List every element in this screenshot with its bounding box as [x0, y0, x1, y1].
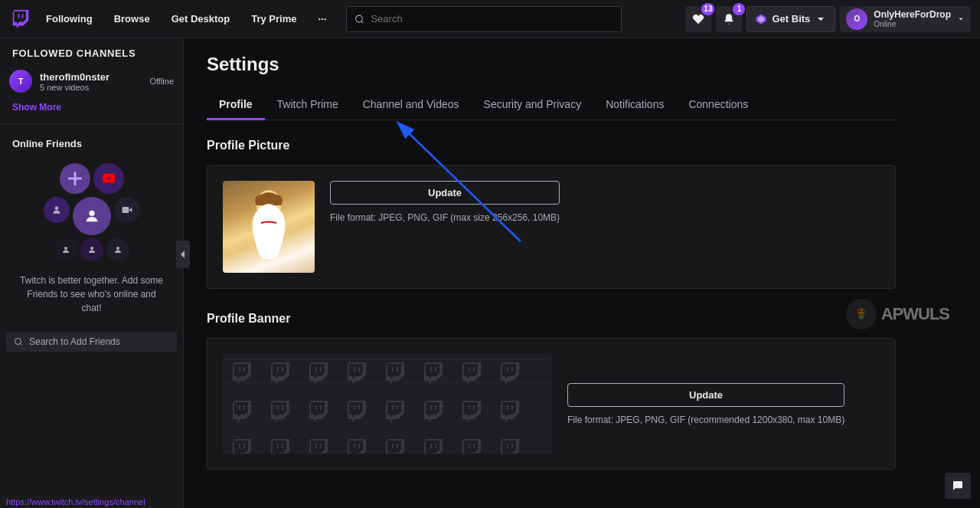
search-icon — [354, 14, 364, 25]
friends-hex-grid — [44, 162, 140, 263]
profile-picture-title: Profile Picture — [207, 139, 896, 152]
banner-format: File format: JPEG, PNG, GIF (recommended… — [567, 415, 844, 425]
friend-icon-small-1 — [44, 197, 70, 223]
friend-icon-small-4 — [106, 238, 129, 261]
profile-picture-section: Profile Picture — [207, 139, 896, 289]
profile-picture-controls: Update File format: JPEG, PNG, GIF (max … — [330, 181, 560, 223]
friend-icon-video — [114, 197, 140, 223]
top-navigation: Following Browse Get Desktop Try Prime ·… — [0, 0, 980, 38]
friend-icon-small-2 — [54, 238, 77, 261]
channel-name: theroflm0nster — [40, 71, 142, 83]
profile-banner-section: Profile Banner Update File format: JPEG,… — [207, 312, 896, 470]
nav-try-prime[interactable]: Try Prime — [243, 8, 304, 29]
channel-avatar: T — [9, 70, 32, 93]
main-content: Settings Profile Twitch Prime Channel an… — [184, 38, 980, 508]
bell-badge: 1 — [733, 3, 745, 15]
chevron-down-icon — [815, 13, 827, 25]
user-menu-button[interactable]: O OnlyHereForDrop Online — [840, 6, 971, 32]
friend-icon-youtube — [93, 163, 124, 194]
sidebar-collapse-btn[interactable] — [176, 241, 190, 268]
svg-point-4 — [54, 206, 58, 210]
followed-channels-title: Followed Channels — [0, 38, 183, 65]
online-friends-title: Online Friends — [0, 130, 183, 156]
settings-title: Settings — [207, 54, 896, 75]
username: OnlyHereForDrop — [874, 9, 951, 20]
friend-icon-small-3 — [80, 238, 103, 261]
user-info: OnlyHereForDrop Online — [874, 9, 951, 28]
svg-point-11 — [15, 339, 21, 345]
svg-rect-7 — [122, 207, 129, 213]
sidebar-bottom: Search to Add Friends — [0, 324, 183, 359]
sidebar: Followed Channels T theroflm0nster 5 new… — [0, 38, 184, 508]
bell-icon — [723, 13, 735, 25]
search-friends-bar[interactable]: Search to Add Friends — [6, 332, 177, 352]
tab-connections[interactable]: Connections — [676, 90, 760, 120]
channel-item-theroflm0nster[interactable]: T theroflm0nster 5 new videos Offline — [0, 65, 183, 97]
svg-line-12 — [20, 343, 21, 345]
profile-pic-format: File format: JPEG, PNG, GIF (max size 25… — [330, 212, 560, 223]
tab-profile[interactable]: Profile — [207, 90, 265, 120]
banner-preview — [223, 354, 552, 454]
tab-channel-and-videos[interactable]: Channel and Videos — [351, 90, 472, 120]
tab-security-and-privacy[interactable]: Security and Privacy — [472, 90, 594, 120]
friends-row-1 — [60, 163, 124, 194]
friends-empty-text: Twitch is better together. Add some Frie… — [12, 270, 171, 318]
channel-sub: 5 new videos — [40, 83, 142, 92]
friend-icon-1 — [60, 163, 90, 194]
channel-avatar-letter: T — [9, 70, 32, 93]
update-banner-btn[interactable]: Update — [567, 383, 844, 407]
user-dropdown-icon — [957, 15, 965, 23]
user-status: Online — [874, 20, 951, 28]
avatar: O — [846, 8, 867, 30]
notifications-bell-btn[interactable]: 1 — [716, 6, 742, 32]
update-profile-pic-btn[interactable]: Update — [330, 181, 560, 205]
channel-info: theroflm0nster 5 new videos — [40, 71, 142, 92]
profile-picture-box: Update File format: JPEG, PNG, GIF (max … — [207, 165, 896, 289]
get-bits-button[interactable]: Get Bits — [746, 6, 835, 32]
profile-picture-image — [223, 181, 315, 273]
friends-row-3 — [54, 238, 129, 261]
nav-more[interactable]: ··· — [310, 8, 334, 29]
banner-controls: Update File format: JPEG, PNG, GIF (reco… — [567, 383, 844, 425]
topnav-right: 13 1 Get Bits O OnlyHereForDrop Onl — [685, 6, 971, 32]
tab-notifications[interactable]: Notifications — [593, 90, 676, 120]
profile-banner-box: Update File format: JPEG, PNG, GIF (reco… — [207, 338, 896, 470]
notifications-heart-btn[interactable]: 13 — [685, 6, 711, 32]
svg-marker-6 — [129, 208, 132, 212]
search-friends-label: Search to Add Friends — [29, 336, 120, 347]
svg-point-10 — [116, 247, 119, 250]
friends-row-2 — [44, 197, 140, 235]
friends-section: Twitch is better together. Add some Frie… — [0, 156, 183, 324]
twitch-tile-pattern — [223, 354, 552, 454]
svg-point-8 — [64, 247, 67, 250]
settings-tabs: Profile Twitch Prime Channel and Videos … — [207, 90, 896, 120]
svg-point-0 — [356, 15, 363, 22]
svg-point-9 — [90, 247, 93, 250]
friend-icon-main-user — [73, 197, 111, 235]
search-input[interactable] — [371, 13, 613, 25]
channel-status: Offline — [149, 77, 174, 86]
url-bar: https://www.twitch.tv/settings/channel — [0, 496, 152, 508]
sidebar-divider — [0, 123, 183, 124]
search-friends-icon — [14, 337, 23, 346]
chat-button[interactable] — [945, 473, 971, 499]
chat-icon — [952, 480, 964, 492]
svg-line-1 — [361, 21, 363, 22]
layout: Followed Channels T theroflm0nster 5 new… — [0, 38, 980, 508]
search-bar — [346, 6, 622, 32]
twitch-logo[interactable] — [9, 8, 32, 31]
show-more-link[interactable]: Show More — [0, 97, 183, 117]
nav-get-desktop[interactable]: Get Desktop — [164, 8, 238, 29]
profile-banner-title: Profile Banner — [207, 312, 896, 326]
heart-icon — [692, 13, 704, 25]
settings-container: Settings Profile Twitch Prime Channel an… — [184, 38, 919, 508]
tab-twitch-prime[interactable]: Twitch Prime — [265, 90, 351, 120]
heart-badge: 13 — [701, 3, 714, 15]
svg-point-5 — [89, 211, 94, 216]
nav-following[interactable]: Following — [38, 8, 100, 29]
nav-browse[interactable]: Browse — [106, 8, 158, 29]
get-bits-label: Get Bits — [772, 13, 810, 25]
bits-icon — [755, 13, 767, 25]
